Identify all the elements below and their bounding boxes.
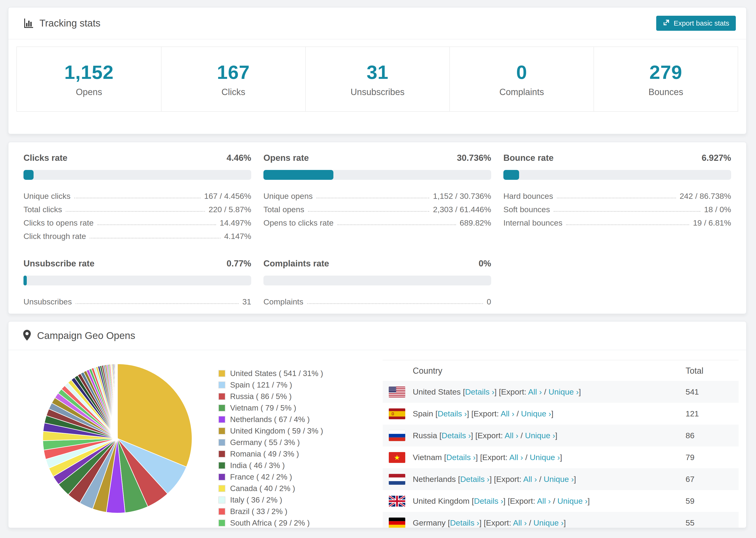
country-total: 79	[685, 453, 739, 462]
progress-bar	[24, 276, 251, 286]
export-all-link-vietnam[interactable]: All ›	[509, 453, 523, 462]
metric-value: 242 / 86.738%	[680, 191, 731, 201]
stat-label: Opens	[76, 87, 102, 97]
legend-swatch	[218, 427, 225, 435]
country-total: 121	[685, 409, 739, 418]
export-unique-link-united-states[interactable]: Unique ›	[549, 387, 579, 396]
legend-swatch	[218, 497, 225, 504]
dotted-leader	[557, 198, 676, 198]
flag-icon-ru	[389, 430, 405, 441]
geo-table-row-vietnam: Vietnam [Details ›] [Export: All › / Uni…	[383, 447, 739, 468]
dotted-leader	[337, 224, 456, 225]
export-all-link-netherlands[interactable]: All ›	[523, 475, 537, 484]
stat-cell-bounces: 279 Bounces	[594, 47, 738, 111]
export-unique-link-germany[interactable]: Unique ›	[533, 518, 564, 527]
metric-value: 167 / 4.456%	[204, 191, 251, 201]
details-link-spain[interactable]: Details ›	[438, 409, 467, 418]
legend-label: Romania ( 49 / 3% )	[230, 450, 299, 458]
country-column-header: Country	[413, 366, 685, 376]
export-unique-link-spain[interactable]: Unique ›	[521, 409, 551, 418]
rate-value: 6.927%	[702, 153, 731, 163]
metric-complaints: Complaints 0	[263, 293, 491, 306]
flag-icon-es	[389, 408, 405, 419]
export-unique-link-russia[interactable]: Unique ›	[525, 431, 555, 440]
stat-cell-clicks: 167 Clicks	[161, 47, 305, 111]
legend-swatch	[218, 462, 225, 469]
dotted-leader	[66, 211, 205, 212]
metric-label: Unique clicks	[24, 191, 71, 201]
progress-fill	[503, 170, 519, 180]
rate-value: 30.736%	[457, 153, 491, 163]
details-link-united-kingdom[interactable]: Details ›	[474, 497, 503, 506]
geo-table-row-germany: Germany [Details ›] [Export: All › / Uni…	[383, 512, 739, 528]
geo-pie-svg	[40, 361, 195, 516]
metric-internal-bounces: Internal bounces 19 / 6.81%	[503, 214, 731, 228]
rate-block-opens-rate: Opens rate 30.736% Unique opens 1,152 / …	[263, 153, 491, 241]
metric-label: Clicks to opens rate	[24, 218, 94, 228]
dotted-leader	[97, 224, 216, 225]
progress-bar	[263, 170, 491, 180]
flag-icon-de	[389, 517, 405, 528]
export-unique-link-vietnam[interactable]: Unique ›	[530, 453, 560, 462]
geo-table-row-netherlands: Netherlands [Details ›] [Export: All › /…	[383, 468, 739, 490]
stat-value: 1,152	[64, 61, 114, 83]
details-link-united-states[interactable]: Details ›	[465, 387, 495, 396]
geo-table-header-row: Country Total	[383, 360, 739, 381]
country-name: United States	[413, 387, 460, 396]
details-link-russia[interactable]: Details ›	[442, 431, 471, 440]
details-link-germany[interactable]: Details ›	[450, 518, 479, 527]
campaign-geo-opens-card: Campaign Geo Opens United States ( 541 /…	[8, 321, 747, 528]
export-unique-link-united-kingdom[interactable]: Unique ›	[557, 497, 588, 506]
details-link-netherlands[interactable]: Details ›	[460, 475, 490, 484]
metric-label: Opens to clicks rate	[263, 218, 334, 228]
dotted-leader	[554, 211, 700, 212]
export-basic-stats-button[interactable]: Export basic stats	[656, 16, 736, 31]
export-all-link-russia[interactable]: All ›	[505, 431, 518, 440]
export-button-label: Export basic stats	[674, 19, 729, 27]
metric-click-through-rate: Click through rate 4.147%	[24, 228, 251, 241]
dotted-leader	[90, 238, 220, 239]
export-all-link-spain[interactable]: All ›	[501, 409, 514, 418]
legend-swatch	[218, 519, 225, 526]
geo-table-row-united-kingdom: United Kingdom [Details ›] [Export: All …	[383, 490, 739, 512]
metric-label: Total clicks	[24, 205, 62, 214]
legend-label: Brazil ( 33 / 2% )	[230, 507, 287, 516]
metric-soft-bounces: Soft bounces 18 / 0%	[503, 201, 731, 214]
metric-value: 19 / 6.81%	[693, 218, 731, 228]
geo-table: Country Total United States [Details ›] …	[383, 360, 739, 528]
legend-swatch	[218, 416, 225, 423]
rates-card: Clicks rate 4.46% Unique clicks 167 / 4.…	[8, 142, 747, 314]
country-name: Spain	[413, 409, 433, 418]
rate-value: 0.77%	[227, 259, 251, 269]
details-link-vietnam[interactable]: Details ›	[446, 453, 476, 462]
export-all-link-germany[interactable]: All ›	[513, 518, 527, 527]
legend-item-italy: Italy ( 36 / 2% )	[218, 496, 331, 505]
total-column-header: Total	[685, 366, 739, 376]
legend-label: Netherlands ( 67 / 4% )	[230, 415, 310, 424]
flag-icon-us	[389, 387, 405, 398]
rate-title: Clicks rate	[24, 153, 67, 163]
metric-value: 4.147%	[224, 232, 251, 241]
metric-hard-bounces: Hard bounces 242 / 86.738%	[503, 187, 731, 201]
legend-swatch	[218, 508, 225, 515]
geo-legend: United States ( 541 / 31% ) Spain ( 121 …	[218, 369, 331, 528]
country-total: 67	[685, 475, 739, 484]
export-all-link-united-kingdom[interactable]: All ›	[537, 497, 551, 506]
geo-content: United States ( 541 / 31% ) Spain ( 121 …	[9, 350, 746, 528]
stat-value: 279	[649, 61, 682, 83]
stat-label: Bounces	[648, 87, 683, 97]
legend-swatch	[218, 393, 225, 400]
export-all-link-united-states[interactable]: All ›	[528, 387, 542, 396]
progress-fill	[24, 170, 33, 180]
legend-swatch	[218, 473, 225, 480]
country-name: Russia	[413, 431, 437, 440]
rate-title: Opens rate	[263, 153, 309, 163]
metric-value: 18 / 0%	[704, 205, 731, 214]
export-unique-link-netherlands[interactable]: Unique ›	[544, 475, 574, 484]
geo-table-row-spain: Spain [Details ›] [Export: All › / Uniqu…	[383, 403, 739, 425]
metric-label: Hard bounces	[503, 191, 553, 201]
metric-label: Complaints	[263, 297, 303, 306]
legend-label: Italy ( 36 / 2% )	[230, 496, 282, 505]
progress-bar	[263, 276, 491, 286]
stat-label: Complaints	[499, 87, 544, 97]
